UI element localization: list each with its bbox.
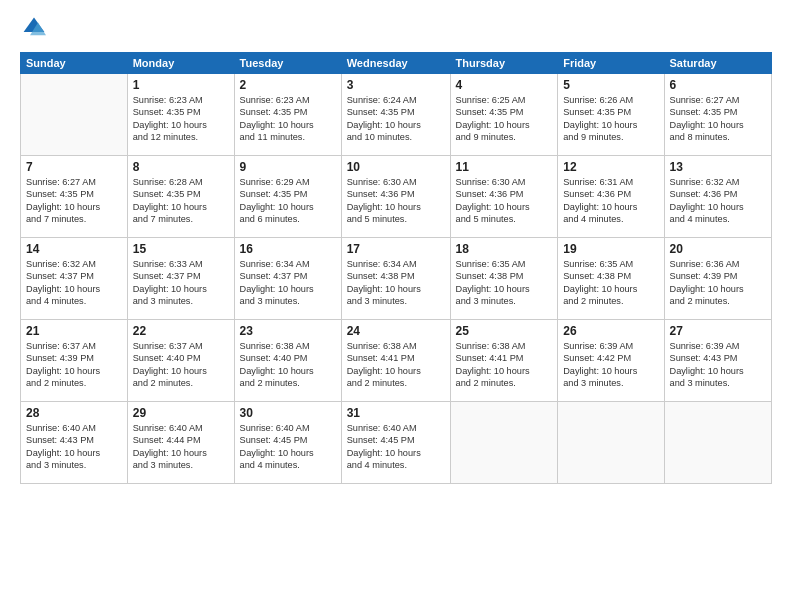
day-number: 7 — [26, 160, 122, 174]
week-row-2: 14Sunrise: 6:32 AMSunset: 4:37 PMDayligh… — [21, 238, 772, 320]
day-info: Sunrise: 6:24 AMSunset: 4:35 PMDaylight:… — [347, 94, 445, 144]
day-info: Sunrise: 6:40 AMSunset: 4:43 PMDaylight:… — [26, 422, 122, 472]
logo — [20, 16, 46, 44]
day-info: Sunrise: 6:30 AMSunset: 4:36 PMDaylight:… — [347, 176, 445, 226]
calendar-cell: 5Sunrise: 6:26 AMSunset: 4:35 PMDaylight… — [558, 74, 664, 156]
day-number: 15 — [133, 242, 229, 256]
day-number: 28 — [26, 406, 122, 420]
calendar-cell: 26Sunrise: 6:39 AMSunset: 4:42 PMDayligh… — [558, 320, 664, 402]
day-info: Sunrise: 6:29 AMSunset: 4:35 PMDaylight:… — [240, 176, 336, 226]
calendar-cell: 28Sunrise: 6:40 AMSunset: 4:43 PMDayligh… — [21, 402, 128, 484]
day-info: Sunrise: 6:40 AMSunset: 4:45 PMDaylight:… — [240, 422, 336, 472]
calendar-cell: 11Sunrise: 6:30 AMSunset: 4:36 PMDayligh… — [450, 156, 558, 238]
day-info: Sunrise: 6:37 AMSunset: 4:40 PMDaylight:… — [133, 340, 229, 390]
day-number: 11 — [456, 160, 553, 174]
week-row-4: 28Sunrise: 6:40 AMSunset: 4:43 PMDayligh… — [21, 402, 772, 484]
day-number: 5 — [563, 78, 658, 92]
calendar-cell: 21Sunrise: 6:37 AMSunset: 4:39 PMDayligh… — [21, 320, 128, 402]
calendar-cell: 31Sunrise: 6:40 AMSunset: 4:45 PMDayligh… — [341, 402, 450, 484]
day-number: 27 — [670, 324, 766, 338]
day-info: Sunrise: 6:38 AMSunset: 4:41 PMDaylight:… — [456, 340, 553, 390]
calendar-cell: 17Sunrise: 6:34 AMSunset: 4:38 PMDayligh… — [341, 238, 450, 320]
day-info: Sunrise: 6:32 AMSunset: 4:37 PMDaylight:… — [26, 258, 122, 308]
calendar-cell: 23Sunrise: 6:38 AMSunset: 4:40 PMDayligh… — [234, 320, 341, 402]
col-header-wednesday: Wednesday — [341, 53, 450, 74]
day-number: 4 — [456, 78, 553, 92]
calendar-cell: 7Sunrise: 6:27 AMSunset: 4:35 PMDaylight… — [21, 156, 128, 238]
col-header-tuesday: Tuesday — [234, 53, 341, 74]
day-info: Sunrise: 6:34 AMSunset: 4:37 PMDaylight:… — [240, 258, 336, 308]
day-number: 31 — [347, 406, 445, 420]
week-row-0: 1Sunrise: 6:23 AMSunset: 4:35 PMDaylight… — [21, 74, 772, 156]
header — [20, 16, 772, 44]
day-number: 16 — [240, 242, 336, 256]
day-info: Sunrise: 6:30 AMSunset: 4:36 PMDaylight:… — [456, 176, 553, 226]
day-info: Sunrise: 6:23 AMSunset: 4:35 PMDaylight:… — [133, 94, 229, 144]
logo-icon — [22, 16, 46, 40]
day-info: Sunrise: 6:23 AMSunset: 4:35 PMDaylight:… — [240, 94, 336, 144]
day-number: 10 — [347, 160, 445, 174]
day-info: Sunrise: 6:35 AMSunset: 4:38 PMDaylight:… — [456, 258, 553, 308]
calendar-cell: 4Sunrise: 6:25 AMSunset: 4:35 PMDaylight… — [450, 74, 558, 156]
calendar-cell: 8Sunrise: 6:28 AMSunset: 4:35 PMDaylight… — [127, 156, 234, 238]
calendar-cell — [21, 74, 128, 156]
calendar-cell: 22Sunrise: 6:37 AMSunset: 4:40 PMDayligh… — [127, 320, 234, 402]
col-header-sunday: Sunday — [21, 53, 128, 74]
day-number: 13 — [670, 160, 766, 174]
day-number: 3 — [347, 78, 445, 92]
day-number: 29 — [133, 406, 229, 420]
day-info: Sunrise: 6:37 AMSunset: 4:39 PMDaylight:… — [26, 340, 122, 390]
calendar-cell: 1Sunrise: 6:23 AMSunset: 4:35 PMDaylight… — [127, 74, 234, 156]
calendar-cell: 12Sunrise: 6:31 AMSunset: 4:36 PMDayligh… — [558, 156, 664, 238]
day-number: 8 — [133, 160, 229, 174]
day-info: Sunrise: 6:33 AMSunset: 4:37 PMDaylight:… — [133, 258, 229, 308]
calendar-cell — [450, 402, 558, 484]
col-header-monday: Monday — [127, 53, 234, 74]
day-info: Sunrise: 6:39 AMSunset: 4:42 PMDaylight:… — [563, 340, 658, 390]
day-number: 12 — [563, 160, 658, 174]
calendar-cell: 13Sunrise: 6:32 AMSunset: 4:36 PMDayligh… — [664, 156, 771, 238]
col-header-thursday: Thursday — [450, 53, 558, 74]
day-info: Sunrise: 6:27 AMSunset: 4:35 PMDaylight:… — [26, 176, 122, 226]
calendar-cell: 6Sunrise: 6:27 AMSunset: 4:35 PMDaylight… — [664, 74, 771, 156]
day-number: 1 — [133, 78, 229, 92]
day-info: Sunrise: 6:35 AMSunset: 4:38 PMDaylight:… — [563, 258, 658, 308]
week-row-1: 7Sunrise: 6:27 AMSunset: 4:35 PMDaylight… — [21, 156, 772, 238]
calendar-cell: 25Sunrise: 6:38 AMSunset: 4:41 PMDayligh… — [450, 320, 558, 402]
calendar-cell: 10Sunrise: 6:30 AMSunset: 4:36 PMDayligh… — [341, 156, 450, 238]
day-info: Sunrise: 6:39 AMSunset: 4:43 PMDaylight:… — [670, 340, 766, 390]
day-info: Sunrise: 6:38 AMSunset: 4:40 PMDaylight:… — [240, 340, 336, 390]
col-header-friday: Friday — [558, 53, 664, 74]
calendar-cell: 30Sunrise: 6:40 AMSunset: 4:45 PMDayligh… — [234, 402, 341, 484]
day-number: 21 — [26, 324, 122, 338]
day-number: 2 — [240, 78, 336, 92]
day-number: 18 — [456, 242, 553, 256]
page: SundayMondayTuesdayWednesdayThursdayFrid… — [0, 0, 792, 612]
day-info: Sunrise: 6:38 AMSunset: 4:41 PMDaylight:… — [347, 340, 445, 390]
day-info: Sunrise: 6:31 AMSunset: 4:36 PMDaylight:… — [563, 176, 658, 226]
calendar-cell — [664, 402, 771, 484]
calendar-table: SundayMondayTuesdayWednesdayThursdayFrid… — [20, 52, 772, 484]
day-info: Sunrise: 6:26 AMSunset: 4:35 PMDaylight:… — [563, 94, 658, 144]
day-info: Sunrise: 6:27 AMSunset: 4:35 PMDaylight:… — [670, 94, 766, 144]
calendar-cell: 18Sunrise: 6:35 AMSunset: 4:38 PMDayligh… — [450, 238, 558, 320]
day-number: 6 — [670, 78, 766, 92]
day-number: 17 — [347, 242, 445, 256]
day-number: 19 — [563, 242, 658, 256]
day-number: 24 — [347, 324, 445, 338]
day-number: 26 — [563, 324, 658, 338]
calendar-cell: 16Sunrise: 6:34 AMSunset: 4:37 PMDayligh… — [234, 238, 341, 320]
calendar-cell — [558, 402, 664, 484]
day-info: Sunrise: 6:40 AMSunset: 4:44 PMDaylight:… — [133, 422, 229, 472]
header-row: SundayMondayTuesdayWednesdayThursdayFrid… — [21, 53, 772, 74]
day-number: 23 — [240, 324, 336, 338]
calendar-cell: 2Sunrise: 6:23 AMSunset: 4:35 PMDaylight… — [234, 74, 341, 156]
col-header-saturday: Saturday — [664, 53, 771, 74]
day-info: Sunrise: 6:36 AMSunset: 4:39 PMDaylight:… — [670, 258, 766, 308]
day-info: Sunrise: 6:34 AMSunset: 4:38 PMDaylight:… — [347, 258, 445, 308]
day-number: 25 — [456, 324, 553, 338]
calendar-cell: 20Sunrise: 6:36 AMSunset: 4:39 PMDayligh… — [664, 238, 771, 320]
day-info: Sunrise: 6:28 AMSunset: 4:35 PMDaylight:… — [133, 176, 229, 226]
day-info: Sunrise: 6:32 AMSunset: 4:36 PMDaylight:… — [670, 176, 766, 226]
day-info: Sunrise: 6:25 AMSunset: 4:35 PMDaylight:… — [456, 94, 553, 144]
